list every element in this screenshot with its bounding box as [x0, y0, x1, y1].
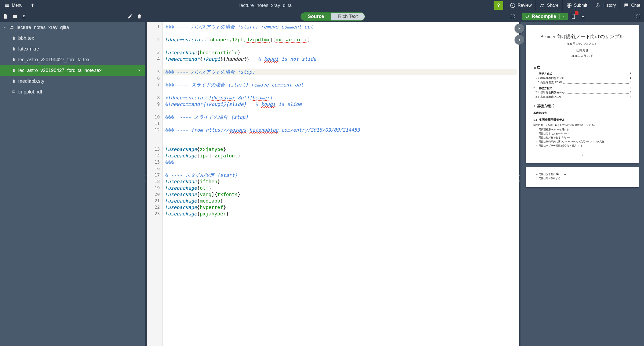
code-line[interactable]: \usepackage{otf} — [165, 185, 517, 191]
code-line[interactable]: \usepackage{beamerarticle} — [165, 49, 517, 56]
expand-icon — [510, 14, 515, 19]
file-tree-item[interactable]: bbh.tex — [0, 33, 145, 44]
refresh-icon — [525, 14, 530, 19]
chat-button[interactable]: Chat — [620, 0, 644, 11]
assumption-list: 円筒座標系 (r, φ, z) を用いる円盤は定常である: ∂/∂t ⟹ 0円盤… — [533, 128, 631, 147]
download-icon — [580, 14, 586, 19]
code-line[interactable]: \usepackage{mediabb} — [165, 198, 517, 204]
section-mini-heading: 基礎方程式 — [533, 111, 631, 115]
review-button[interactable]: Ab Review — [506, 0, 535, 11]
back-to-projects-button[interactable] — [27, 0, 38, 11]
pdf-toolbar: Recompile 8 — [520, 11, 644, 22]
editor-panel: Source Rich Text 12345678910111213141516… — [147, 11, 519, 346]
code-line[interactable]: %%% ---- ハンズアウトの場合 (start) remove commen… — [165, 24, 517, 37]
code-line[interactable]: %\documentclass[dvipdfmx,8pt]{beamer} — [165, 95, 517, 101]
code-line[interactable]: \usepackage{zxjatype} — [165, 146, 517, 153]
code-line[interactable]: % ---- スタイル設定 (start) — [165, 172, 517, 178]
hamburger-icon — [4, 3, 10, 8]
share-icon — [540, 3, 545, 8]
code-line[interactable]: %\newcommand*{\kougi}{slide} % kougi is … — [165, 101, 517, 114]
code-line[interactable]: \newcommand*{\kougi}{handout} % kougi is… — [165, 56, 517, 69]
line-number: 4 — [147, 56, 160, 69]
list-item: 円盤は定常である: ∂/∂t ⟹ 0 — [539, 132, 631, 135]
tab-rich-text[interactable]: Rich Text — [331, 13, 365, 20]
history-label: History — [602, 3, 616, 8]
code-line[interactable] — [165, 75, 517, 82]
pdf-viewport[interactable]: Beamer 向け講義ノート向けのサンプル qiita 用のサンプルとして 山田… — [520, 22, 644, 346]
file-tree-item[interactable]: lec_astro_v20190427_forqiita.tex — [0, 54, 145, 65]
file-name: mediabb.sty — [18, 78, 44, 84]
tab-source[interactable]: Source — [301, 13, 331, 20]
sync-to-code-button[interactable] — [515, 35, 524, 45]
menu-button[interactable]: Menu — [0, 0, 27, 11]
image-icon — [12, 89, 16, 94]
submit-button[interactable]: Submit — [562, 0, 591, 11]
sync-to-pdf-button[interactable] — [515, 24, 524, 33]
code-line[interactable]: \usepackage[ipa]{zxjafont} — [165, 153, 517, 159]
file-panel: lecture_notes_xray_qiita bbh.texlatexmkr… — [0, 11, 145, 346]
editor-fullscreen-button[interactable] — [509, 13, 516, 20]
recompile-button[interactable]: Recompile — [522, 13, 568, 20]
delete-button[interactable] — [135, 12, 143, 20]
file-menu-caret[interactable] — [138, 68, 141, 73]
line-number: 21 — [147, 198, 160, 204]
new-folder-icon — [12, 14, 17, 19]
file-tree-item[interactable]: mediabb.sty — [0, 76, 145, 86]
svg-text:Ab: Ab — [511, 4, 514, 7]
tree-root[interactable]: lecture_notes_xray_qiita — [0, 22, 145, 33]
help-label: ? — [497, 3, 500, 8]
line-number: 14 — [147, 153, 160, 159]
list-item: 円盤はケプラー回転 (遠心力 = 重力) する — [539, 144, 631, 147]
chat-label: Chat — [631, 3, 640, 8]
code-area[interactable]: %%% ---- ハンズアウトの場合 (start) remove commen… — [163, 22, 519, 346]
recompile-dropdown[interactable] — [559, 14, 565, 19]
expand-icon — [636, 14, 641, 19]
logs-button[interactable]: 8 — [569, 12, 577, 20]
file-name: lec_astro_v20190427_forqiita_note.tex — [18, 68, 102, 73]
pdf-body-text: 標準円盤モデルは、以下の近似および簡単化をしている。 — [533, 123, 631, 127]
pdf-fullscreen-button[interactable] — [634, 12, 642, 20]
rename-button[interactable] — [126, 12, 134, 20]
code-line[interactable]: \documentclass[a4paper,12pt,dvipdfmx]{bx… — [165, 37, 517, 49]
line-number: 7 — [147, 82, 160, 95]
code-line[interactable]: \usepackage{ifthen} — [165, 178, 517, 185]
chevron-down-icon — [3, 26, 6, 29]
chevron-down-icon — [138, 68, 141, 72]
submit-icon — [566, 3, 572, 8]
toc-entry: 1.1標準降着円盤モデル1 — [533, 76, 631, 80]
upload-button[interactable] — [20, 12, 28, 20]
project-title: lecture_notes_xray_qiita — [38, 3, 493, 8]
file-toolbar — [0, 11, 145, 22]
code-line[interactable]: %%% ---- ハンズアウトの場合 (stop) — [163, 69, 517, 75]
download-pdf-button[interactable] — [579, 12, 587, 20]
toc-entry: 2.1標準降着円盤モデル3 — [533, 91, 631, 95]
code-line[interactable]: \usepackage{pxjahyper} — [165, 211, 517, 217]
code-line[interactable]: \usepackage[varg]{txfonts} — [165, 191, 517, 198]
code-line[interactable]: %%% — [165, 159, 517, 165]
new-folder-button[interactable] — [11, 12, 19, 20]
code-line[interactable]: %%% ---- スライドの場合 (stop) — [165, 114, 517, 120]
recompile-label: Recompile — [532, 14, 556, 19]
file-tree-item[interactable]: latexmkrc — [0, 44, 145, 54]
code-line[interactable] — [165, 120, 517, 127]
share-label: Share — [547, 3, 559, 8]
line-number: 23 — [147, 211, 160, 217]
history-button[interactable]: History — [591, 0, 620, 11]
pdf-page-1: Beamer 向け講義ノート向けのサンプル qiita 用のサンプルとして 山田… — [526, 25, 639, 163]
editor-mode-toggle: Source Rich Text — [301, 12, 365, 21]
line-number: 10 — [147, 114, 160, 120]
file-tree-item[interactable]: lec_astro_v20190427_forqiita_note.tex — [0, 65, 145, 76]
help-button[interactable]: ? — [494, 1, 503, 10]
code-editor[interactable]: 1234567891011121314151617181920212223 %%… — [147, 22, 519, 346]
section-heading: 1 基礎方程式 — [533, 104, 631, 109]
line-number: 5 — [147, 69, 160, 75]
share-button[interactable]: Share — [536, 0, 562, 11]
toc-entry: 1.2高温降着流 ADAF3 — [533, 81, 631, 84]
code-line[interactable] — [165, 165, 517, 172]
code-line[interactable]: %%% ---- from https://egsegs.hatenablog.… — [165, 127, 517, 146]
code-line[interactable]: \usepackage{hyperref} — [165, 204, 517, 211]
code-line[interactable]: %%% ---- スライドの場合 (start) remove comment … — [165, 82, 517, 95]
new-file-button[interactable] — [2, 12, 10, 20]
file-tree-item[interactable]: tmpplot.pdf — [0, 86, 145, 97]
line-number: 8 — [147, 95, 160, 101]
